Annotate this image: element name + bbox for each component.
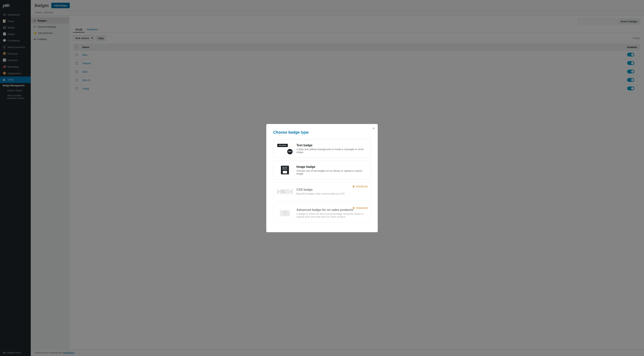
text-badge-illustration: ON SALE NEW! [277, 143, 292, 154]
image-badge-text: Image badge Choose one of the badges of … [296, 165, 367, 175]
css-badge-icon: BEST OFFER [277, 186, 292, 197]
image-badge-icon: BLACKFRIDAY 3x2 [277, 164, 292, 176]
advanced-premium-badge: ♛ PREMIUM [352, 206, 368, 210]
advanced-badge-option[interactable]: -20% SAVE 9$ Advanced badge for on sales… [273, 204, 371, 223]
css-badge-option[interactable]: BEST OFFER CSS badge Beautiful badges fu… [273, 182, 371, 201]
text-badge-option[interactable]: ON SALE NEW! Text badge A plain text wit… [273, 139, 371, 158]
advanced-badge-icon: -20% SAVE 9$ [277, 207, 292, 219]
modal-close-button[interactable]: × [372, 127, 375, 130]
on-sale-rect: ON SALE [277, 144, 288, 147]
css-premium-badge: ♛ PREMIUM [352, 185, 368, 188]
text-badge-title: Text badge [296, 144, 367, 147]
modal-overlay[interactable]: × Choose badge type ON SALE NEW! Text ba… [0, 0, 644, 356]
image-badge-option[interactable]: BLACKFRIDAY 3x2 Image badge Choose one o… [273, 161, 371, 180]
black-friday-badge: BLACKFRIDAY 3x2 [281, 166, 289, 174]
crown-icon: ♛ [352, 185, 355, 188]
text-badge-icon: ON SALE NEW! [277, 143, 292, 154]
promo-tag: 3x2 [282, 171, 287, 174]
css-badge-text: CSS badge Beautiful badges fully customi… [296, 188, 345, 195]
premium-label-css: PREMIUM [356, 185, 368, 188]
text-badge-desc: A plain text without background or insid… [296, 148, 367, 154]
advanced-badge-illustration: -20% SAVE 9$ [277, 207, 292, 219]
css-badge-title: CSS badge [296, 188, 345, 191]
crown-icon-2: ♛ [352, 206, 355, 210]
discount-badge: -20% SAVE 9$ [280, 210, 290, 216]
advanced-badge-desc: A badge to show the discount percentage … [296, 212, 367, 218]
image-badge-title: Image badge [296, 165, 367, 169]
modal-title: Choose badge type [273, 130, 371, 135]
choose-badge-type-modal: × Choose badge type ON SALE NEW! Text ba… [266, 124, 378, 232]
best-offer-label: BEST OFFER [280, 189, 290, 194]
image-badge-illustration: BLACKFRIDAY 3x2 [277, 164, 292, 176]
premium-label-advanced: PREMIUM [356, 207, 368, 210]
css-badge-desc: Beautiful badges fully customizable by C… [296, 192, 345, 195]
new-circle: NEW! [287, 149, 292, 154]
image-badge-desc: Choose one of the badges of our library … [296, 169, 367, 175]
css-badge-illustration: BEST OFFER [277, 186, 292, 197]
text-badge-text: Text badge A plain text without backgrou… [296, 144, 367, 154]
